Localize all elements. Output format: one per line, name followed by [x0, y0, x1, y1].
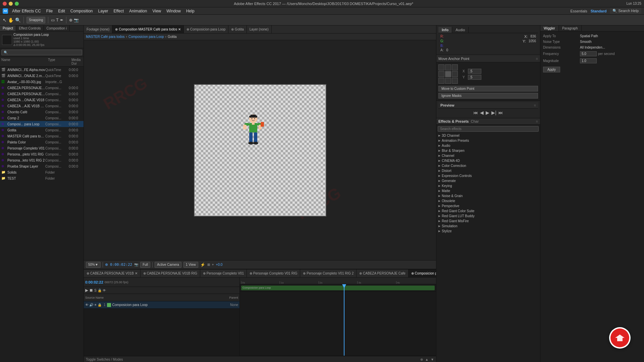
effects-item[interactable]: ▶Red Giant LUT Buddy [436, 214, 540, 219]
standard-btn[interactable]: Standard [591, 9, 607, 13]
grid-ml[interactable] [438, 71, 444, 77]
list-item[interactable]: ⊕ CABEZA ...ONAJE V018 Composi... 0:00:0 [0, 97, 84, 103]
tool-magnify[interactable]: 🔍 [15, 17, 21, 23]
effects-item[interactable]: ▶Obsolete [436, 198, 540, 203]
effects-item[interactable]: ▶Distort [436, 168, 540, 173]
comp-tab-footage[interactable]: Footage (none) [84, 25, 112, 34]
tab-audio[interactable]: Audio [452, 27, 469, 33]
list-item[interactable]: ⊕ CABEZA PERSONAJE V01 Composi... 0:00:0 [0, 91, 84, 97]
ignore-masks-btn[interactable]: Ignore Masks [438, 93, 538, 99]
tl-eye-btn[interactable]: 👁 [103, 289, 106, 292]
menu-item-view[interactable]: View [151, 8, 162, 14]
bottom-icon-3[interactable]: ▼ [431, 358, 434, 361]
list-item[interactable]: ⊕ Gotita Composi... 0:00:0 [0, 127, 84, 133]
search-help[interactable]: 🔍 Search Help [610, 8, 641, 14]
minimize-dot[interactable] [9, 2, 13, 6]
effects-item[interactable]: ▶Animation Presets [436, 138, 540, 143]
col-type[interactable]: Type [47, 58, 70, 66]
camera-btn[interactable]: Active Camera [155, 262, 181, 268]
brand-button[interactable] [609, 327, 631, 349]
essentials-btn[interactable]: Essentials [571, 9, 587, 13]
handle-bl[interactable] [196, 213, 198, 215]
list-item[interactable]: 🖼 Avatar_--00-00-00).jpg Importe...G [0, 79, 84, 85]
preview-prev-frame[interactable]: ◀ [480, 110, 484, 115]
menu-item-animation[interactable]: Animation [128, 8, 148, 14]
tab-info[interactable]: Info [438, 27, 452, 33]
menu-item-effect[interactable]: Effect [112, 8, 125, 14]
anchor-menu-icon[interactable]: ≡ [536, 57, 538, 61]
playhead[interactable] [344, 284, 344, 356]
project-search[interactable] [1, 50, 82, 55]
comp-tab-layer[interactable]: Layer (none) [247, 25, 272, 34]
tool-camera[interactable]: 📷 [74, 18, 79, 22]
effects-item[interactable]: ▶Perspective [436, 203, 540, 208]
layer-parent[interactable]: None [230, 303, 238, 307]
effects-item[interactable]: ▶Keying [436, 183, 540, 188]
close-dot[interactable] [3, 2, 7, 6]
effects-item[interactable]: ▶Channel [436, 153, 540, 158]
list-item[interactable]: 🎬 ANIMACI...ONAJE 2.mov QuickTime 0:00:0 [0, 73, 84, 79]
handle-tl[interactable] [196, 86, 198, 88]
maximize-dot[interactable] [15, 2, 19, 6]
snapping-btn[interactable]: Snapping [26, 17, 45, 23]
tool-arrow[interactable]: ↖ [3, 17, 7, 23]
list-item[interactable]: ⊕ Prueba Shape Layer Composi... 0:00:0 [0, 163, 84, 169]
list-item[interactable]: ⊕ MASTER Café para todos Composi... 0:00… [0, 133, 84, 139]
handle-br[interactable] [323, 213, 325, 215]
tool-pen[interactable]: ✒ [60, 18, 63, 22]
noise-type-value[interactable]: Smooth [580, 40, 641, 44]
tab-project[interactable]: Project [0, 25, 16, 31]
grid-tl[interactable] [438, 64, 444, 70]
list-item[interactable]: ⊕ Comp 2 Composi... 0:00:0 [0, 115, 84, 121]
comp-tab-master[interactable]: ⊕ Composition MASTER Café para todos ✕ [112, 25, 184, 34]
grid-tc[interactable] [445, 64, 451, 70]
tl-tab-3[interactable]: ⊕ Personaje Completo V01 RIG [247, 269, 301, 278]
tool-text[interactable]: T [56, 18, 58, 22]
layer-audio-icon[interactable]: 🔊 [89, 303, 93, 307]
layer-solo-icon[interactable]: ☀ [94, 303, 97, 307]
preview-skip-back[interactable]: ⏮ [473, 110, 478, 115]
tl-tab-1[interactable]: ⊕ CABEZA PERSONAJE V01B RIG [141, 269, 200, 278]
effects-item[interactable]: ▶Simulation [436, 224, 540, 229]
breadcrumb-3[interactable]: Gotita [168, 35, 177, 39]
menu-item-composition[interactable]: Composition [69, 8, 94, 14]
frequency-input[interactable] [580, 51, 597, 56]
tool-anchor[interactable]: ⊕ [69, 18, 72, 22]
tab-effect-controls[interactable]: Effect Controls [16, 25, 44, 31]
menu-item-appname[interactable]: After Effects CC [11, 8, 42, 14]
list-item[interactable]: ⊕ Personaje Completo V01 Composi... 0:00… [0, 145, 84, 151]
effects-item[interactable]: ▶Matte [436, 188, 540, 193]
bottom-icon-2[interactable]: ▲ [425, 358, 428, 361]
tl-tab-6[interactable]: ⊕ Composicion para Loop [409, 269, 436, 278]
effects-menu[interactable]: ≡ [536, 119, 538, 123]
list-item[interactable]: ⊕ Persona...pleto V01 RIG Composi... 0:0… [0, 151, 84, 157]
tl-timecode[interactable]: 0:00:02:22 [85, 280, 103, 284]
effects-item[interactable]: ▶Red Giant Color Suite [436, 208, 540, 214]
preview-next-frame[interactable]: ▶| [491, 110, 496, 115]
resolution-btn[interactable]: Full [140, 262, 150, 268]
app-icon[interactable]: AE [3, 8, 8, 14]
menu-item-file[interactable]: File [45, 8, 54, 14]
list-item[interactable]: 🎬 ANIMACI...FE Alpha.mov QuickTime 0:00:… [0, 67, 84, 73]
effects-item[interactable]: ▶Audio [436, 143, 540, 148]
preview-skip-fwd[interactable]: ⏭ [498, 110, 503, 115]
grid-bc[interactable] [445, 78, 451, 84]
fast-preview-icon[interactable]: ⚡ [200, 262, 205, 267]
list-item[interactable]: ⊕ CABEZA PERSONAJE Cafe Composi... 0:00:… [0, 85, 84, 91]
tl-solo-btn[interactable]: S [94, 289, 97, 292]
char-label[interactable]: Char [471, 119, 479, 123]
list-item[interactable]: ⊕ Chorrito Café Composi... 0:00:0 [0, 109, 84, 115]
effects-item[interactable]: ▶Color Correction [436, 163, 540, 168]
layer-lock-icon[interactable]: 🔒 [98, 303, 102, 307]
timecode-value[interactable]: 0:00:02:22 [110, 262, 132, 267]
apply-to-value[interactable]: Spatial Path [580, 34, 641, 38]
breadcrumb-2[interactable]: Composicion para Loop [128, 35, 164, 39]
menu-item-window[interactable]: Window [165, 8, 182, 14]
layer-bar[interactable]: Composicion para Loop [241, 286, 435, 290]
switches-modes-btn[interactable]: Toggle Switches / Modes [86, 358, 123, 361]
effects-item[interactable]: ▶Noise & Grain [436, 193, 540, 198]
list-item[interactable]: 📁 Solids Folder [0, 169, 84, 175]
tab-composition[interactable]: Composition i [44, 25, 70, 31]
grid-br[interactable] [452, 78, 458, 84]
breadcrumb-1[interactable]: MASTER Café para todos [86, 35, 125, 39]
